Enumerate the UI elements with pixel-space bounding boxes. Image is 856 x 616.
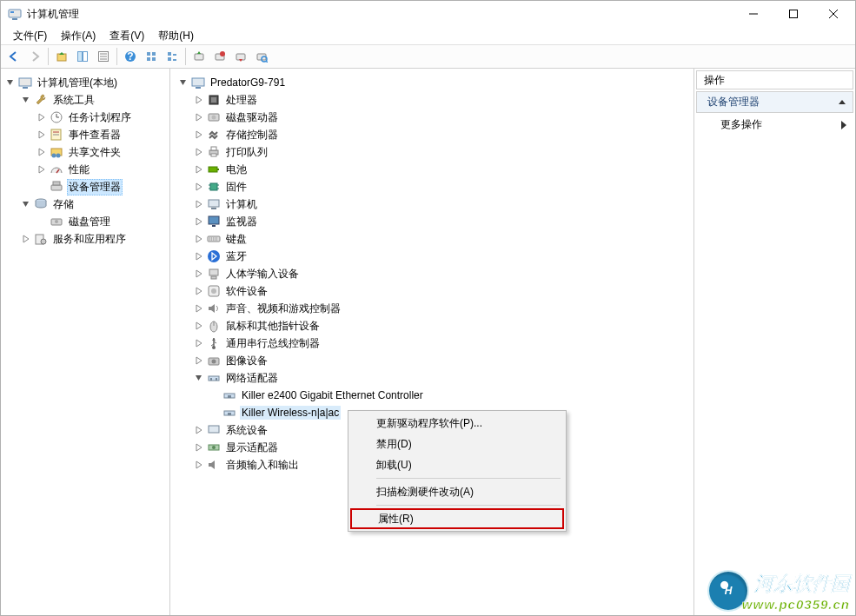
pc-icon <box>207 197 221 211</box>
help-button[interactable]: ? <box>121 47 140 66</box>
update-driver-button[interactable] <box>189 47 209 66</box>
ctx-update-driver[interactable]: 更新驱动程序软件(P)... <box>350 413 564 434</box>
tree-device-manager[interactable]: 设备管理器 <box>36 178 169 195</box>
toolbar-separator <box>48 48 49 65</box>
ctx-properties[interactable]: 属性(R) <box>350 508 564 529</box>
minimize-button[interactable] <box>733 1 773 27</box>
cat-firmware[interactable]: 固件 <box>193 178 693 195</box>
show-hide-tree-button[interactable] <box>73 47 92 66</box>
cat-mouse[interactable]: 鼠标和其他指针设备 <box>193 317 693 334</box>
tree-task-scheduler[interactable]: 任务计划程序 <box>36 109 169 126</box>
collapse-icon[interactable] <box>20 198 32 210</box>
device-label: 声音、视频和游戏控制器 <box>224 301 342 317</box>
uninstall-button[interactable] <box>210 47 229 66</box>
cat-processor[interactable]: 处理器 <box>193 91 693 109</box>
ctx-uninstall[interactable]: 卸载(U) <box>350 454 564 475</box>
expand-icon[interactable] <box>193 354 205 367</box>
expand-icon[interactable] <box>193 111 205 123</box>
expand-icon[interactable] <box>193 250 205 262</box>
svg-rect-90 <box>228 413 231 415</box>
cat-usb[interactable]: 通用串行总线控制器 <box>193 334 693 352</box>
expand-icon[interactable] <box>193 129 205 141</box>
menu-view[interactable]: 查看(V) <box>103 27 151 45</box>
camera-icon <box>207 354 221 368</box>
cat-storage-controllers[interactable]: 存储控制器 <box>193 126 693 143</box>
tree-services-apps[interactable]: 服务和应用程序 <box>20 230 169 248</box>
expand-icon[interactable] <box>36 129 48 141</box>
cat-software-devices[interactable]: 软件设备 <box>193 282 693 300</box>
cat-keyboards[interactable]: 键盘 <box>193 230 693 248</box>
expand-icon[interactable] <box>193 459 205 471</box>
cat-network-adapters[interactable]: 网络适配器 <box>193 369 693 387</box>
expand-icon[interactable] <box>193 424 205 436</box>
close-button[interactable] <box>813 1 853 27</box>
expand-icon[interactable] <box>193 198 205 210</box>
collapse-icon[interactable] <box>4 76 17 89</box>
expand-icon[interactable] <box>36 163 48 176</box>
svg-point-49 <box>41 239 46 244</box>
view-resources-button[interactable] <box>142 47 161 66</box>
cat-disk-drives[interactable]: 磁盘驱动器 <box>193 109 693 126</box>
view-devices-button[interactable] <box>163 47 182 66</box>
device-killer-ethernet[interactable]: Killer e2400 Gigabit Ethernet Controller <box>209 387 693 404</box>
tree-storage[interactable]: 存储 <box>20 195 169 213</box>
cat-monitors[interactable]: 监视器 <box>193 213 693 230</box>
back-button[interactable] <box>4 47 23 66</box>
tree-system-tools[interactable]: 系统工具 <box>20 91 169 109</box>
cat-computer[interactable]: 计算机 <box>193 195 693 213</box>
scan-hardware-button[interactable] <box>252 47 271 66</box>
actions-more[interactable]: 更多操作 <box>696 113 853 136</box>
expand-icon[interactable] <box>193 181 205 193</box>
ctx-disable[interactable]: 禁用(D) <box>350 434 564 454</box>
expand-icon[interactable] <box>193 268 205 280</box>
forward-button[interactable] <box>25 47 44 66</box>
ctx-scan-hardware[interactable]: 扫描检测硬件改动(A) <box>350 481 564 502</box>
cat-print-queues[interactable]: 打印队列 <box>193 143 693 161</box>
expand-icon[interactable] <box>193 441 205 454</box>
cat-bluetooth[interactable]: 蓝牙 <box>193 248 693 265</box>
menu-action[interactable]: 操作(A) <box>54 27 103 45</box>
expand-icon[interactable] <box>193 285 205 297</box>
disable-button[interactable] <box>231 47 250 66</box>
up-button[interactable] <box>52 47 71 66</box>
collapse-icon[interactable] <box>20 94 32 106</box>
actions-pane: 操作 设备管理器 更多操作 <box>694 69 855 615</box>
collapse-icon[interactable] <box>193 372 205 384</box>
maximize-button[interactable] <box>773 1 813 27</box>
properties-view-button[interactable] <box>94 47 113 66</box>
tree-root-computer-management[interactable]: 计算机管理(本地) <box>4 74 169 91</box>
tree-performance[interactable]: 性能 <box>36 161 169 178</box>
expand-icon[interactable] <box>193 146 205 158</box>
svg-rect-20 <box>168 52 171 56</box>
svg-line-30 <box>266 61 268 63</box>
expand-icon[interactable] <box>36 111 48 123</box>
svg-rect-43 <box>51 185 62 190</box>
expand-icon[interactable] <box>36 146 48 158</box>
cat-hid[interactable]: 人体学输入设备 <box>193 265 693 282</box>
device-root[interactable]: PredatorG9-791 <box>177 74 693 91</box>
expand-icon[interactable] <box>193 163 205 176</box>
cat-sound[interactable]: 声音、视频和游戏控制器 <box>193 300 693 317</box>
expand-icon[interactable] <box>20 233 32 245</box>
storage-icon <box>34 197 48 211</box>
expand-icon[interactable] <box>193 94 205 106</box>
actions-section[interactable]: 设备管理器 <box>696 91 853 113</box>
tree-shared-folders[interactable]: 共享文件夹 <box>36 143 169 161</box>
collapse-icon[interactable] <box>177 76 189 89</box>
expand-icon[interactable] <box>193 233 205 245</box>
tree-disk-management[interactable]: 磁盘管理 <box>36 213 169 230</box>
svg-rect-61 <box>210 183 217 190</box>
system-icon <box>207 423 221 437</box>
menu-help[interactable]: 帮助(H) <box>151 27 201 45</box>
wrench-icon <box>34 93 48 107</box>
expand-icon[interactable] <box>193 320 205 332</box>
expand-icon[interactable] <box>193 337 205 349</box>
cat-imaging[interactable]: 图像设备 <box>193 352 693 369</box>
cat-battery[interactable]: 电池 <box>193 161 693 178</box>
svg-point-77 <box>211 288 216 294</box>
battery-icon <box>207 162 221 176</box>
menu-file[interactable]: 文件(F) <box>6 27 54 45</box>
expand-icon[interactable] <box>193 302 205 315</box>
tree-event-viewer[interactable]: 事件查看器 <box>36 126 169 143</box>
expand-icon[interactable] <box>193 215 205 228</box>
